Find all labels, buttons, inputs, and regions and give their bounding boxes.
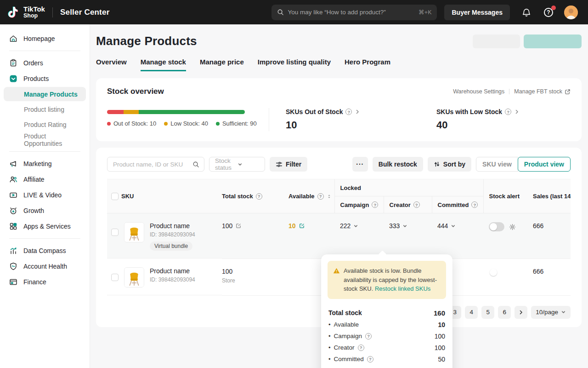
- warehouse-settings-link[interactable]: Warehouse Settings: [453, 88, 504, 95]
- topbar: TikTok Shop Seller Center ⌘+K Buyer Mess…: [0, 0, 588, 24]
- buyer-messages-button[interactable]: Buyer Messages: [444, 5, 510, 20]
- help-icon[interactable]: ?: [471, 201, 478, 208]
- select-all-checkbox[interactable]: [111, 193, 119, 200]
- page-size-select[interactable]: 10/page: [531, 306, 571, 319]
- sidebar-item-account-health[interactable]: Account Health: [0, 259, 90, 274]
- brand-text: TikTok Shop: [23, 6, 45, 19]
- stat-skus-out-of-stock[interactable]: SKUs Out of Stock ? 10: [269, 108, 420, 131]
- chevron-down-icon[interactable]: [451, 224, 456, 229]
- sidebar-item-label: Product Opportunities: [24, 132, 80, 147]
- help-button[interactable]: ?: [543, 7, 554, 18]
- page-button-4[interactable]: 4: [465, 306, 478, 319]
- committed-value: 444: [437, 222, 448, 230]
- product-search-input[interactable]: [113, 161, 190, 168]
- restock-linked-skus-link[interactable]: Restock linked SKUs: [375, 285, 430, 292]
- grid-icon: [9, 222, 17, 230]
- legend-out-of-stock: Out of Stock: 10: [107, 120, 156, 127]
- sidebar-item-affiliate[interactable]: Affiliate: [0, 172, 90, 187]
- sidebar-item-homepage[interactable]: Homepage: [0, 31, 90, 46]
- sidebar-item-label: Finance: [23, 278, 46, 286]
- sidebar-item-label: Homepage: [23, 35, 55, 42]
- external-link-icon: [565, 89, 571, 95]
- avatar[interactable]: [564, 6, 578, 19]
- row-checkbox[interactable]: [111, 274, 119, 281]
- global-search-input[interactable]: [288, 9, 415, 16]
- sidebar: Homepage Orders Products Manage Products…: [0, 24, 90, 368]
- breakdown-committed: • Committed ? 50: [328, 356, 445, 363]
- link-separator: [509, 89, 509, 94]
- search-icon: [192, 161, 199, 168]
- help-icon[interactable]: ?: [345, 109, 352, 115]
- product-image: [124, 222, 144, 242]
- chevron-down-icon[interactable]: [402, 224, 407, 229]
- placeholder-secondary-button[interactable]: [473, 34, 520, 48]
- help-icon[interactable]: ?: [365, 333, 372, 339]
- main-content: Manage Products Overview Manage stock Ma…: [90, 24, 588, 368]
- search-shortcut: ⌘+K: [418, 9, 431, 16]
- page-button-6[interactable]: 6: [498, 306, 511, 319]
- sidebar-item-label: Affiliate: [23, 176, 45, 183]
- sidebar-item-data-compass[interactable]: Data Compass: [0, 243, 90, 259]
- sidebar-item-growth[interactable]: Growth: [0, 203, 90, 218]
- orders-icon: [9, 59, 17, 67]
- stock-alert-toggle[interactable]: [489, 222, 504, 231]
- page-button-5[interactable]: 5: [481, 306, 494, 319]
- tab-manage-stock[interactable]: Manage stock: [141, 58, 186, 71]
- placeholder-primary-button[interactable]: [524, 34, 582, 48]
- column-header-campaign: Campaign: [340, 201, 369, 208]
- product-id: ID: 398482093094: [150, 231, 195, 238]
- bell-icon: [521, 7, 531, 17]
- sidebar-divider: [9, 151, 80, 152]
- stat-skus-with-low-stock[interactable]: SKUs with Low Stock ? 40: [420, 108, 571, 131]
- next-page-button[interactable]: [514, 306, 527, 319]
- view-toggle: SKU view Product view: [476, 157, 571, 172]
- column-header-locked: Locked: [340, 184, 362, 191]
- help-icon[interactable]: ?: [358, 345, 364, 351]
- help-icon[interactable]: ?: [317, 193, 324, 200]
- sidebar-item-product-opportunities[interactable]: Product Opportunities: [0, 132, 90, 147]
- sku-view-button[interactable]: SKU view: [476, 157, 518, 172]
- tab-overview[interactable]: Overview: [96, 58, 127, 71]
- sidebar-item-marketing[interactable]: Marketing: [0, 156, 90, 172]
- sidebar-item-live-video[interactable]: LIVE & Video: [0, 187, 90, 203]
- gear-icon[interactable]: [509, 224, 516, 230]
- help-icon[interactable]: ?: [256, 193, 262, 200]
- row-checkbox[interactable]: [111, 229, 119, 236]
- help-icon[interactable]: ?: [372, 201, 378, 208]
- brand-line2: Shop: [23, 13, 45, 19]
- sort-toggle-icon[interactable]: [327, 194, 332, 199]
- notifications-button[interactable]: [521, 7, 532, 18]
- sidebar-item-finance[interactable]: Finance: [0, 274, 90, 290]
- bulk-restock-button[interactable]: Bulk restock: [373, 157, 423, 172]
- stock-status-select[interactable]: Stock status: [209, 157, 265, 172]
- more-actions-button[interactable]: ···: [352, 157, 368, 172]
- product-view-button[interactable]: Product view: [518, 157, 571, 172]
- sidebar-item-manage-products[interactable]: Manage Products: [4, 87, 86, 101]
- filter-button[interactable]: Filter: [270, 157, 307, 172]
- stat-value: 10: [286, 119, 420, 131]
- stat-value: 40: [436, 119, 571, 131]
- help-icon[interactable]: ?: [367, 356, 373, 362]
- legend-dot: [164, 122, 168, 126]
- tab-improve-listing-quality[interactable]: Improve listing quality: [258, 58, 331, 71]
- total-stock-label: Total stock: [328, 309, 362, 316]
- sidebar-item-product-rating[interactable]: Product Rating: [0, 117, 90, 132]
- sidebar-item-orders[interactable]: Orders: [0, 55, 90, 71]
- stock-overview-card: Stock overview Warehouse Settings Manage…: [96, 78, 582, 141]
- tab-hero-program[interactable]: Hero Program: [345, 58, 390, 71]
- manage-fbt-stock-link[interactable]: Manage FBT stock: [514, 88, 571, 95]
- help-icon[interactable]: ?: [413, 201, 420, 208]
- edit-icon[interactable]: [299, 223, 305, 229]
- chevron-down-icon[interactable]: [353, 224, 358, 229]
- brand-logo[interactable]: TikTok Shop: [7, 6, 45, 19]
- global-search[interactable]: ⌘+K: [271, 5, 437, 20]
- sort-by-button[interactable]: Sort by: [428, 157, 471, 172]
- edit-icon[interactable]: [235, 223, 242, 229]
- sidebar-item-products[interactable]: Products: [0, 71, 90, 86]
- product-search[interactable]: [107, 157, 204, 172]
- sidebar-item-apps-services[interactable]: Apps & Services: [0, 218, 90, 234]
- sales-value: 666: [533, 222, 543, 230]
- tab-manage-price[interactable]: Manage price: [200, 58, 244, 71]
- help-icon[interactable]: ?: [505, 109, 511, 115]
- sidebar-item-product-listing[interactable]: Product listing: [0, 102, 90, 117]
